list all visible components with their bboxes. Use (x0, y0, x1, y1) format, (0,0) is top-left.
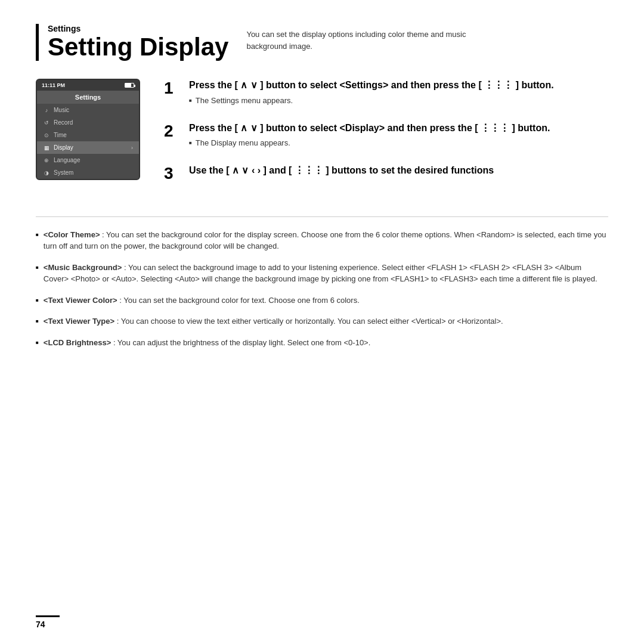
step-2-note: The Display menu appears. (189, 138, 608, 147)
header-description: You can set the display options includin… (246, 24, 485, 52)
page-container: Settings Setting Display You can set the… (0, 0, 644, 644)
bullet-bold-text-viewer-type: <Text Viewer Type> (44, 317, 114, 326)
display-icon: ▦ (43, 145, 50, 151)
page-number-container: 74 (36, 615, 60, 629)
music-icon: ♪ (43, 107, 50, 113)
menu-item-language: ⊕ Language (37, 154, 139, 166)
step-2: 2 Press the [ ∧ ∨ ] button to select <Di… (164, 122, 608, 147)
device-settings-header: Settings (37, 91, 139, 104)
time-icon: ⊙ (43, 132, 50, 138)
menu-item-display-label: Display (54, 144, 73, 151)
record-icon: ↺ (43, 120, 50, 126)
bullet-bold-lcd-brightness: <LCD Brightness> (44, 338, 111, 347)
bullet-square-4: ■ (36, 318, 39, 325)
battery-fill (125, 83, 131, 87)
device-battery-icon (125, 83, 134, 88)
menu-item-time-label: Time (54, 132, 67, 138)
step-2-content: Press the [ ∧ ∨ ] button to select <Disp… (189, 122, 608, 147)
bullet-bold-color-theme: <Color Theme> (44, 230, 100, 239)
menu-item-system-label: System (54, 169, 73, 176)
menu-item-system: ◑ System (37, 166, 139, 179)
page-title: Setting Display (48, 33, 228, 61)
step-1-instruction: Press the [ ∧ ∨ ] button to select <Sett… (189, 79, 608, 92)
steps-section: 1 Press the [ ∧ ∨ ] button to select <Se… (164, 79, 608, 199)
bullet-section: ■ <Color Theme> : You can set the backgr… (36, 216, 608, 349)
menu-items-list: ♪ Music ↺ Record ⊙ Time ▦ Display › (37, 104, 139, 179)
bullet-item-text-viewer-color: ■ <Text Viewer Color> : You can set the … (36, 295, 608, 306)
bullet-square-2: ■ (36, 264, 39, 271)
main-content: 11:11 PM Settings ♪ Music ↺ Re (36, 79, 608, 199)
page-number-line (36, 615, 60, 617)
bullet-text-music-bg: <Music Background> : You can select the … (44, 262, 608, 285)
step-1-number: 1 (164, 80, 182, 104)
device-screen: 11:11 PM Settings ♪ Music ↺ Re (36, 79, 140, 180)
menu-item-music-label: Music (54, 107, 69, 113)
step-1-content: Press the [ ∧ ∨ ] button to select <Sett… (189, 79, 608, 104)
step-2-instruction: Press the [ ∧ ∨ ] button to select <Disp… (189, 122, 608, 135)
step-3-number: 3 (164, 165, 182, 182)
bullet-text-text-viewer-color: <Text Viewer Color> : You can set the ba… (44, 295, 360, 306)
settings-label: Settings (48, 24, 228, 33)
bullet-square-5: ■ (36, 339, 39, 346)
bullet-item-music-bg: ■ <Music Background> : You can select th… (36, 262, 608, 285)
menu-item-music: ♪ Music (37, 104, 139, 116)
bullet-bold-music-bg: <Music Background> (44, 263, 122, 272)
bullet-square-3: ■ (36, 297, 39, 304)
step-1-note-text: The Settings menu appears. (196, 96, 293, 105)
menu-item-arrow: › (131, 145, 133, 151)
menu-item-record: ↺ Record (37, 116, 139, 129)
step-3-content: Use the [ ∧ ∨ ‹ › ] and [ ⋮⋮⋮ ] buttons … (189, 164, 608, 182)
page-number: 74 (36, 620, 45, 629)
bullet-item-color-theme: ■ <Color Theme> : You can set the backgr… (36, 229, 608, 252)
title-block: Settings Setting Display (36, 24, 228, 61)
menu-item-language-label: Language (54, 157, 80, 163)
step-3: 3 Use the [ ∧ ∨ ‹ › ] and [ ⋮⋮⋮ ] button… (164, 164, 608, 182)
menu-item-display: ▦ Display › (37, 141, 139, 154)
device-time: 11:11 PM (42, 82, 65, 88)
bullet-text-color-theme: <Color Theme> : You can set the backgrou… (44, 229, 608, 252)
battery-shape (125, 83, 134, 88)
bullet-item-lcd-brightness: ■ <LCD Brightness> : You can adjust the … (36, 337, 608, 349)
bullet-bold-text-viewer-color: <Text Viewer Color> (44, 296, 117, 305)
header-section: Settings Setting Display You can set the… (36, 24, 608, 61)
menu-item-record-label: Record (54, 119, 73, 126)
bullet-square-1: ■ (36, 231, 39, 239)
device-top-bar: 11:11 PM (37, 80, 139, 91)
bullet-text-lcd-brightness: <LCD Brightness> : You can adjust the br… (44, 337, 370, 349)
step-2-note-text: The Display menu appears. (196, 138, 290, 147)
step-1: 1 Press the [ ∧ ∨ ] button to select <Se… (164, 79, 608, 104)
language-icon: ⊕ (43, 157, 50, 163)
system-icon: ◑ (43, 170, 50, 176)
bullet-text-text-viewer-type: <Text Viewer Type> : You can choose to v… (44, 315, 503, 327)
bullet-item-text-viewer-type: ■ <Text Viewer Type> : You can choose to… (36, 315, 608, 327)
menu-item-time: ⊙ Time (37, 129, 139, 141)
step-3-instruction: Use the [ ∧ ∨ ‹ › ] and [ ⋮⋮⋮ ] buttons … (189, 164, 608, 177)
step-1-note: The Settings menu appears. (189, 96, 608, 105)
step-2-number: 2 (164, 123, 182, 147)
device-container: 11:11 PM Settings ♪ Music ↺ Re (36, 79, 140, 199)
